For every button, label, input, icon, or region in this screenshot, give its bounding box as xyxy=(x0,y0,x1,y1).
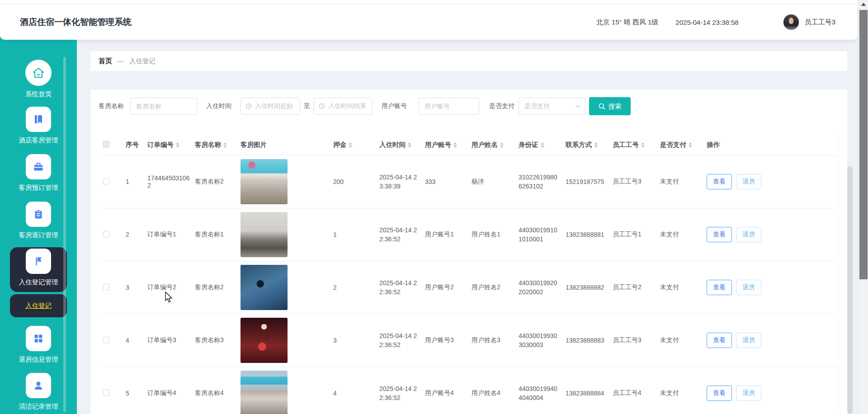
cell-id-card: 440300199303030003 xyxy=(519,314,566,367)
checkin-end-input[interactable]: 入住时间结束 xyxy=(314,98,373,115)
user-icon xyxy=(26,373,51,398)
scroll-up-arrow-icon[interactable] xyxy=(861,3,866,6)
book-icon xyxy=(26,107,51,132)
col-header-index: 序号 xyxy=(121,135,147,155)
cell-phone: 13823888883 xyxy=(566,314,613,367)
sort-arrows-icon[interactable] xyxy=(223,142,227,148)
avatar[interactable] xyxy=(783,14,799,30)
cell-index: 1 xyxy=(121,155,147,208)
table-row: 3订单编号2客房名称222025-04-14 22:36:52用户账号2用户姓名… xyxy=(100,261,838,314)
cell-phone: 13823888882 xyxy=(566,261,613,314)
browser-scrollbar-thumb[interactable] xyxy=(859,10,868,279)
cell-username: 用户姓名2 xyxy=(472,261,519,314)
cell-deposit: 1 xyxy=(333,208,379,261)
cell-order-no: 订单编号1 xyxy=(147,208,195,261)
col-header-checkin-time[interactable]: 入住时间 xyxy=(379,135,425,155)
col-header-paid[interactable]: 是否支付 xyxy=(660,135,707,155)
cell-actions: 查看退房 xyxy=(707,155,838,208)
checkout-button[interactable]: 退房 xyxy=(736,174,761,189)
browser-scrollbar[interactable] xyxy=(858,0,868,414)
row-checkbox[interactable] xyxy=(103,231,109,237)
username: 员工工号3 xyxy=(805,18,835,27)
room-name-input[interactable] xyxy=(130,98,197,115)
sort-arrows-icon[interactable] xyxy=(541,142,544,148)
cell-actions: 查看退房 xyxy=(707,314,838,367)
cell-account: 用户账号3 xyxy=(425,314,472,367)
cell-id-card: 310226199806263102 xyxy=(519,155,566,208)
col-header-room-name[interactable]: 客房名称 xyxy=(195,135,241,155)
checkin-start-input[interactable]: 入住时间起始 xyxy=(241,98,300,115)
cell-paid-status: 未支付 xyxy=(660,155,707,208)
breadcrumb-separator: — xyxy=(118,57,124,65)
cell-actions: 查看退房 xyxy=(707,261,838,314)
sort-arrows-icon[interactable] xyxy=(349,142,352,148)
sort-arrows-icon[interactable] xyxy=(500,142,504,148)
view-button[interactable]: 查看 xyxy=(707,386,732,401)
col-header-account[interactable]: 用户账号 xyxy=(425,135,472,155)
top-strip xyxy=(0,0,858,5)
grid-icon xyxy=(26,326,51,351)
sidebar-subitem-checkin-register[interactable]: 入住登记 xyxy=(10,294,67,317)
cell-username: 用户姓名4 xyxy=(472,367,519,414)
app-title: 酒店住宿一体化智能管理系统 xyxy=(20,16,132,28)
sort-arrows-icon[interactable] xyxy=(176,142,179,148)
checkout-button[interactable]: 退房 xyxy=(736,227,761,242)
checkout-button[interactable]: 退房 xyxy=(736,386,761,401)
room-photo xyxy=(241,212,288,257)
col-header-id-card[interactable]: 身份证 xyxy=(519,135,566,155)
cell-room-name: 客房名称1 xyxy=(195,208,241,261)
sort-arrows-icon[interactable] xyxy=(689,142,692,148)
row-checkbox[interactable] xyxy=(103,337,109,343)
room-photo xyxy=(241,159,288,204)
datetime: 2025-04-14 23:38:58 xyxy=(675,19,738,26)
col-header-username[interactable]: 用户姓名 xyxy=(472,135,519,155)
to-label: 至 xyxy=(304,102,310,110)
cell-room-photo xyxy=(241,155,333,208)
view-button[interactable]: 查看 xyxy=(707,227,732,242)
sort-arrows-icon[interactable] xyxy=(594,142,598,148)
table-header-row: 序号订单编号客房名称客房图片押金入住时间用户账号用户姓名身份证联系方式员工工号是… xyxy=(100,135,838,155)
select-all-checkbox[interactable] xyxy=(103,141,109,147)
row-checkbox[interactable] xyxy=(103,284,109,290)
breadcrumb-home[interactable]: 首页 xyxy=(99,57,112,66)
cell-room-photo xyxy=(241,208,333,261)
cell-actions: 查看退房 xyxy=(707,208,838,261)
clock-icon xyxy=(245,103,252,109)
col-header-deposit[interactable]: 押金 xyxy=(333,135,379,155)
account-input[interactable] xyxy=(419,98,479,115)
cell-index: 4 xyxy=(121,314,147,367)
view-button[interactable]: 查看 xyxy=(707,333,732,348)
cell-room-photo xyxy=(241,314,333,367)
chevron-down-icon xyxy=(576,105,580,108)
col-header-order-no[interactable]: 订单编号 xyxy=(147,135,195,155)
view-button[interactable]: 查看 xyxy=(707,174,732,189)
checkout-button[interactable]: 退房 xyxy=(736,333,761,348)
row-checkbox-cell xyxy=(100,314,121,367)
search-button[interactable]: 搜索 xyxy=(589,97,631,115)
row-checkbox-cell xyxy=(100,155,121,208)
col-header-phone[interactable]: 联系方式 xyxy=(566,135,613,155)
cell-staff-no: 员工工号4 xyxy=(613,367,660,414)
cell-staff-no: 员工工号2 xyxy=(613,261,660,314)
room-photo xyxy=(241,318,288,363)
cell-room-name: 客房名称2 xyxy=(195,261,241,314)
table-body: 11744645031062客房名称22002025-04-14 23:38:3… xyxy=(100,155,838,414)
page-scrollbar-thumb[interactable] xyxy=(847,166,853,414)
view-button[interactable]: 查看 xyxy=(707,280,732,295)
sidebar-scrollbar[interactable] xyxy=(63,57,66,412)
row-checkbox[interactable] xyxy=(103,178,109,184)
cell-order-no: 订单编号4 xyxy=(147,367,195,414)
sort-arrows-icon[interactable] xyxy=(641,142,645,148)
row-checkbox[interactable] xyxy=(103,390,109,396)
cell-account: 用户账号1 xyxy=(425,208,472,261)
cell-order-no: 1744645031062 xyxy=(147,155,195,208)
paid-select[interactable]: 是否支付 xyxy=(519,98,585,115)
cell-paid-status: 未支付 xyxy=(660,208,707,261)
cell-phone: 15219187575 xyxy=(566,155,613,208)
sort-arrows-icon[interactable] xyxy=(453,142,457,148)
cell-paid-status: 未支付 xyxy=(660,367,707,414)
sort-arrows-icon[interactable] xyxy=(408,142,411,148)
checkout-button[interactable]: 退房 xyxy=(736,280,761,295)
checkin-time-label: 入住时间 xyxy=(206,102,231,110)
col-header-staff-no[interactable]: 员工工号 xyxy=(613,135,660,155)
